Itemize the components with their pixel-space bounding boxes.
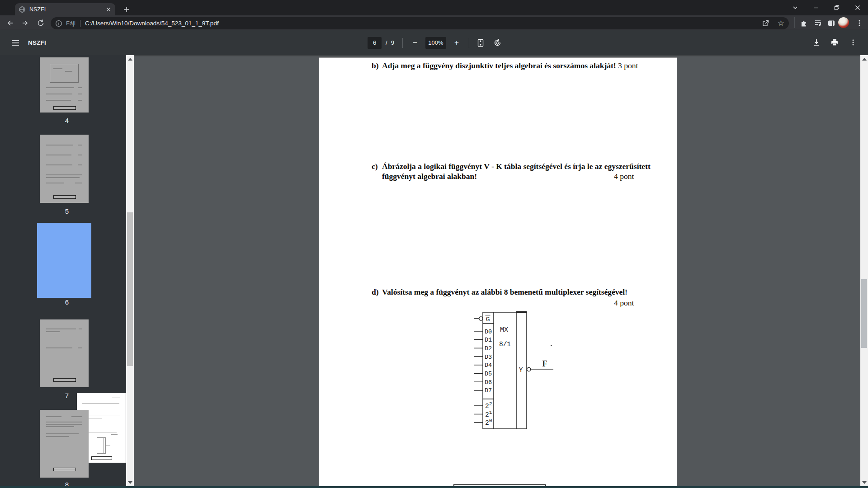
- main-scroll-down-icon[interactable]: [860, 479, 868, 486]
- page-total: 9: [391, 39, 394, 46]
- back-icon[interactable]: [4, 17, 16, 29]
- mux-input-d4: D4: [485, 362, 492, 369]
- thumbnail-page-7[interactable]: [40, 319, 89, 387]
- toolbar-divider: [469, 38, 469, 48]
- thumbnail-page-5[interactable]: [40, 135, 89, 203]
- pdf-page-6: b)Adja meg a függvény diszjunktív teljes…: [319, 57, 677, 487]
- thumbnail-page-4[interactable]: [40, 57, 89, 113]
- main-scrollbar[interactable]: [860, 55, 868, 486]
- toolbar-divider: [402, 38, 403, 48]
- side-panel-icon[interactable]: [825, 16, 838, 30]
- question-b-text: Adja meg a függvény diszjunktív teljes a…: [382, 61, 616, 70]
- zoom-in-icon[interactable]: +: [451, 37, 462, 49]
- maximize-icon[interactable]: [826, 0, 847, 15]
- mux-select-1: 21: [485, 409, 492, 418]
- mux-input-d0: D0: [485, 328, 492, 335]
- tab-strip: NSZFI: [0, 0, 868, 15]
- stray-dot-mark: [551, 345, 552, 347]
- close-icon[interactable]: [847, 0, 868, 15]
- new-tab-button[interactable]: [121, 4, 132, 15]
- browser-menu-icon[interactable]: [853, 16, 866, 30]
- mux-input-d5: D5: [485, 371, 492, 377]
- main-scrollbar-thumb[interactable]: [861, 279, 867, 348]
- pdf-toolbar: NSZFI 6 / 9 − 100% +: [0, 30, 868, 55]
- mux-output-pin: Y: [519, 366, 523, 374]
- mux-select-0: 20: [485, 418, 492, 427]
- mux-input-d3: D3: [485, 354, 492, 361]
- download-icon[interactable]: [811, 37, 822, 48]
- fit-page-icon[interactable]: [475, 37, 486, 49]
- sidebar-scrollbar[interactable]: [126, 55, 134, 486]
- mux-input-d2: D2: [485, 345, 492, 352]
- pdf-thumbnail-sidebar: 4 5 6: [0, 55, 134, 486]
- tab-nszfi[interactable]: NSZFI: [15, 3, 115, 15]
- browser-window: NSZFI: [0, 0, 868, 488]
- avatar[interactable]: [838, 17, 849, 28]
- hamburger-menu-icon[interactable]: [9, 37, 21, 49]
- forward-icon[interactable]: [19, 17, 32, 29]
- info-icon[interactable]: [55, 20, 62, 27]
- thumbnail-label-8: 8: [0, 481, 134, 486]
- address-divider: [80, 20, 80, 27]
- taskbar-edge: [0, 486, 868, 488]
- question-b-points: 3 pont: [618, 61, 638, 70]
- thumbnail-label-4: 4: [0, 117, 134, 124]
- question-c-line1: Ábrázolja a logikai függvényt V - K tábl…: [382, 162, 651, 171]
- zoom-out-icon[interactable]: −: [409, 37, 421, 49]
- rotate-icon[interactable]: [492, 37, 504, 49]
- question-c: c)Ábrázolja a logikai függvényt V - K tá…: [372, 161, 652, 181]
- address-bar[interactable]: Fájl C:/Users/Win10/Downloads/54_523_01_…: [51, 17, 789, 29]
- page-separator: /: [386, 39, 387, 46]
- multiplexer-diagram: G D0 D1 D2 D3 D4 D5 D6 D7 MX 8/1 Y 22 21…: [468, 308, 558, 439]
- toolbar-divider: [794, 17, 795, 28]
- mux-select-2: 22: [485, 401, 492, 410]
- mux-input-d7: D7: [485, 387, 492, 394]
- question-c-label: c): [372, 161, 382, 171]
- mux-size-label: 8/1: [499, 341, 511, 348]
- share-icon[interactable]: [762, 19, 769, 27]
- pdf-menu-icon[interactable]: [847, 37, 859, 48]
- pdf-document-title: NSZFI: [28, 30, 46, 55]
- question-d-points: 4 pont: [614, 298, 634, 308]
- mux-input-d6: D6: [485, 379, 492, 386]
- thumbnail-page-8[interactable]: [40, 410, 89, 478]
- main-scroll-up-icon[interactable]: [860, 55, 868, 63]
- tab-close-icon[interactable]: [105, 6, 112, 13]
- reload-icon[interactable]: [34, 17, 47, 29]
- thumbnail-label-7: 7: [0, 392, 134, 399]
- question-d-text: Valósítsa meg a függvényt az alábbi 8 be…: [382, 287, 627, 296]
- zoom-level[interactable]: 100%: [425, 37, 446, 49]
- minimize-icon[interactable]: [806, 0, 826, 15]
- question-d-label: d): [372, 287, 382, 297]
- thumbnail-label-6: 6: [0, 298, 134, 306]
- question-b-label: b): [372, 61, 382, 70]
- mux-output-signal: F: [542, 359, 547, 368]
- sidebar-scrollbar-thumb[interactable]: [127, 212, 133, 366]
- address-url[interactable]: C:/Users/Win10/Downloads/54_523_01_1_9T.…: [85, 20, 762, 27]
- question-c-line2: függvényt algebrai alakban!: [382, 172, 477, 181]
- mux-device-label: MX: [500, 326, 508, 334]
- pdf-page-controls: 6 / 9 − 100% +: [368, 30, 504, 55]
- print-icon[interactable]: [829, 37, 840, 48]
- mux-input-d1: D1: [485, 337, 492, 343]
- bookmark-star-icon[interactable]: ☆: [778, 19, 784, 27]
- extensions-puzzle-icon[interactable]: [797, 16, 811, 30]
- tab-title: NSZFI: [29, 6, 105, 13]
- playlist-extension-icon[interactable]: [811, 16, 825, 30]
- thumbnail-label-5: 5: [0, 207, 134, 215]
- mux-enable-label: G: [486, 316, 490, 323]
- search-tabs-chevron-icon[interactable]: [785, 0, 806, 15]
- question-c-points: 4 pont: [614, 171, 634, 181]
- sidebar-scroll-down-icon[interactable]: [126, 479, 134, 486]
- page-number-input[interactable]: 6: [368, 37, 382, 49]
- question-d: d)Valósítsa meg a függvényt az alábbi 8 …: [372, 287, 652, 307]
- sidebar-scroll-up-icon[interactable]: [126, 55, 134, 63]
- question-b: b)Adja meg a függvény diszjunktív teljes…: [372, 61, 652, 70]
- address-prefix: Fájl: [66, 20, 75, 27]
- globe-favicon: [19, 6, 26, 13]
- thumbnail-page-6-selected[interactable]: [37, 223, 91, 298]
